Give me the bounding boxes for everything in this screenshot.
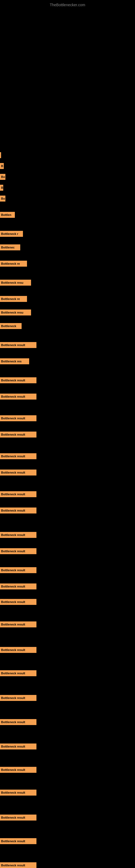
bar-row: Bottleneck result (0, 599, 37, 605)
bottleneck-bar: Bottleneck result (0, 814, 37, 820)
bottleneck-bar: Bo (0, 195, 5, 202)
bottleneck-bar: Bottleneck result (0, 621, 37, 627)
bottleneck-bar: Bottleneck result (0, 432, 37, 437)
bottleneck-bar: Bottleneck result (0, 789, 37, 796)
bottleneck-bar: Bottleneck result (0, 491, 37, 497)
bar-label: Bottleneck result (1, 416, 25, 420)
bar-label: Bottleneck result (1, 585, 25, 588)
bottleneck-bar: Bottleneck resu (0, 280, 31, 286)
bar-label: Bottleneck result (1, 864, 25, 867)
bar-label: Bottleneck result (1, 600, 25, 603)
bar-label: Bottleneck (1, 324, 16, 328)
bottleneck-bar: Bottleneck result (0, 862, 37, 868)
bar-row: Bottleneck (0, 323, 21, 329)
bottleneck-bar: Bottleneck result (0, 584, 37, 589)
bar-label: Bottleneck result (1, 550, 25, 553)
bar-label: Bottleneck result (1, 720, 25, 724)
bottleneck-bar: Bottleneck result (0, 415, 37, 421)
bar-row: Bottleneck result (0, 621, 37, 627)
site-title: TheBottlenecker.com (0, 0, 135, 8)
bottleneck-bar: Bottleneck r (0, 231, 23, 237)
bottleneck-bar: Bottleneck result (0, 453, 37, 459)
bar-label: Bottleneck result (1, 791, 25, 794)
bottleneck-bar: Bottleneck re (0, 296, 27, 302)
bottleneck-bar: Bottleneck result (0, 469, 37, 475)
bar-row: Bottleneck re (0, 261, 27, 267)
bar-label: Bottleneck r (1, 232, 18, 236)
bar-label: Bottleneck re (1, 262, 20, 265)
bottleneck-bar (0, 152, 1, 158)
bar-label: Bottleneck result (1, 623, 25, 626)
bottleneck-bar: Bottleneck result (0, 767, 37, 773)
bottleneck-bar: Bottleneck result (0, 548, 37, 554)
bar-label: Bottleneck result (1, 343, 25, 347)
bar-row: Bottleneck result (0, 647, 37, 653)
bar-row: Bo (0, 195, 5, 202)
bar-label: Bottleneck res (1, 360, 21, 363)
bottleneck-bar: B (0, 163, 4, 169)
bar-row: Bottleneck result (0, 567, 37, 573)
bar-label: Bottleneck result (1, 816, 25, 819)
bar-row: Bottleneck re (0, 296, 27, 302)
bottleneck-bar: Bottleneck (0, 323, 21, 329)
bar-label: Bottleneck result (1, 768, 25, 771)
bar-row: Bottleneck r (0, 231, 23, 237)
bar-row (0, 152, 1, 158)
bar-row: Bottleneck result (0, 469, 37, 475)
bottleneck-bar: Bottleneck re (0, 261, 27, 267)
bottleneck-bar: Bottleneck result (0, 647, 37, 653)
bar-row: Bottleneck result (0, 862, 37, 868)
bar-row: Bottleneck result (0, 719, 37, 725)
bar-row: Bottleneck result (0, 548, 37, 554)
bottleneck-bar: Bottleneck result (0, 342, 37, 348)
bottleneck-bar: Bottleneck result (0, 719, 37, 725)
bar-row: Bottleneck result (0, 432, 37, 437)
bar-label: Bottleneck resu (1, 281, 24, 284)
bottleneck-bar: Bottleneck result (0, 695, 37, 701)
bottleneck-bar: Bo (0, 174, 5, 180)
bottleneck-bar: Bottlen (0, 212, 15, 218)
bar-label: Bottleneck result (1, 839, 25, 843)
bar-label: Bottleneck result (1, 455, 25, 458)
bar-label: Bottleneck result (1, 696, 25, 700)
bar-label: Bottleneck result (1, 395, 25, 398)
bar-row: Bottleneck result (0, 415, 37, 421)
bar-row: Bottleneck result (0, 491, 37, 497)
bar-row: Bottleneck resu (0, 310, 31, 315)
bottleneck-bar: Bottleneck resu (0, 310, 31, 315)
bottleneck-bar: Bottleneck result (0, 567, 37, 573)
bar-label: Bottlenec (1, 246, 14, 249)
bottleneck-bar: Bottleneck result (0, 394, 37, 400)
bar-label: Bottleneck result (1, 745, 25, 748)
bar-label: Bottleneck result (1, 672, 25, 675)
bar-label: Bottleneck result (1, 509, 25, 512)
bottleneck-bar: Bottleneck result (0, 838, 37, 844)
bar-label: Bottleneck resu (1, 311, 24, 314)
bottleneck-bar: Bottleneck result (0, 377, 37, 383)
bar-row: Bottleneck result (0, 814, 37, 820)
bar-row: Bottleneck result (0, 394, 37, 400)
bar-row: Bottleneck result (0, 342, 37, 348)
bar-row: Bottleneck result (0, 695, 37, 701)
bar-row: Bo (0, 174, 5, 180)
bar-row: Bottleneck result (0, 767, 37, 773)
bar-label: Bo (1, 197, 5, 200)
bar-label: Bottleneck result (1, 533, 25, 536)
bottleneck-bar: Bottlenec (0, 244, 20, 250)
bar-row: Bottleneck result (0, 377, 37, 383)
bar-label: Bottleneck result (1, 493, 25, 496)
bars-container: BBoBBoBottlenBottleneck rBottlenecBottle… (0, 8, 135, 868)
bottleneck-bar: Bottleneck result (0, 599, 37, 605)
bar-label: B (1, 186, 3, 189)
bar-row: Bottleneck result (0, 838, 37, 844)
bar-row: B (0, 163, 4, 169)
bottleneck-bar: Bottleneck result (0, 744, 37, 749)
bar-label: Bottleneck result (1, 471, 25, 474)
bar-label: Bottleneck result (1, 568, 25, 572)
bar-label: Bottleneck result (1, 379, 25, 382)
bar-row: B (0, 185, 3, 191)
bar-label: Bottleneck re (1, 297, 20, 301)
bar-label: Bottlen (1, 213, 11, 216)
bar-row: Bottleneck result (0, 584, 37, 589)
bottleneck-bar: Bottleneck result (0, 670, 37, 676)
